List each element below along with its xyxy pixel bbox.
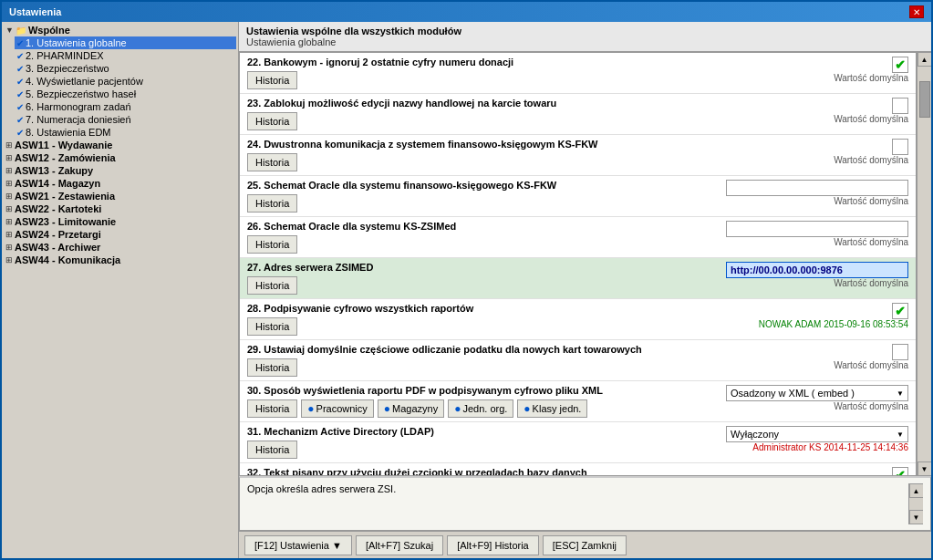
scrollbar[interactable]: ▲ ▼: [917, 52, 931, 476]
scroll-down-btn[interactable]: ▼: [917, 461, 932, 476]
extra-btn-jedn. org.[interactable]: ●Jedn. org.: [448, 399, 513, 418]
setting-right-29: Wartość domyślna: [708, 344, 908, 370]
text-field-26[interactable]: [726, 221, 908, 237]
checkbox-32[interactable]: ✔: [892, 467, 908, 476]
close-button[interactable]: ✕: [909, 5, 924, 18]
sidebar-group-item[interactable]: ⊞ASW21 - Zestawienia: [4, 190, 236, 202]
historia-btn-22[interactable]: Historia: [247, 71, 297, 89]
setting-controls-29: Historia: [247, 358, 708, 377]
sidebar-item-label-0: 1. Ustawienia globalne: [26, 37, 127, 48]
panel-header: Ustawienia wspólne dla wszystkich modułó…: [239, 22, 931, 52]
sidebar-item-0[interactable]: ✔ 1. Ustawienia globalne: [15, 36, 236, 49]
sidebar-group-item[interactable]: ⊞ASW44 - Komunikacja: [4, 254, 236, 266]
dropdown-31[interactable]: Wyłączony▼: [726, 426, 908, 442]
sidebar-group-item[interactable]: ⊞ASW22 - Kartoteki: [4, 202, 236, 215]
historia-btn-23[interactable]: Historia: [247, 112, 297, 130]
setting-right-28: ✔ NOWAK ADAM 2015-09-16 08:53:54: [708, 303, 908, 329]
setting-row-inner-24: 24. Dwustronna komunikacja z systemem fi…: [247, 139, 908, 171]
notice-scroll-down[interactable]: ▼: [909, 510, 924, 524]
sidebar-group-item[interactable]: ⊞ASW12 - Zamówienia: [4, 151, 236, 164]
setting-left-25: 25. Schemat Oracle dla systemu finansowo…: [247, 180, 708, 213]
sidebar-item-3[interactable]: ✔ 4. Wyświetlanie pacjentów: [15, 75, 236, 88]
group-label: ASW24 - Przetargi: [15, 229, 101, 240]
footer-btn-ustawienia[interactable]: [F12] Ustawienia ▼: [244, 535, 352, 555]
historia-btn-29[interactable]: Historia: [247, 358, 297, 377]
extra-btn-pracownicy[interactable]: ●Pracownicy: [301, 399, 374, 418]
extra-btn-magazyny[interactable]: ●Magazyny: [378, 399, 444, 418]
historia-btn-25[interactable]: Historia: [247, 194, 297, 213]
historia-btn-30[interactable]: Historia: [247, 399, 297, 418]
checkbox-24[interactable]: [892, 139, 908, 155]
setting-right-23: Wartość domyślna: [708, 98, 908, 124]
setting-label-24: 24. Dwustronna komunikacja z systemem fi…: [247, 139, 708, 150]
sidebar-group-item[interactable]: ⊞ASW23 - Limitowanie: [4, 215, 236, 228]
setting-row-inner-30: 30. Sposób wyświetlenia raportu PDF w po…: [247, 385, 908, 418]
sidebar-item-label-7: 8. Ustawienia EDM: [26, 127, 111, 138]
sidebar-group-item[interactable]: ⊞ASW43 - Archiwer: [4, 241, 236, 254]
checkbox-22[interactable]: ✔: [892, 57, 908, 73]
setting-row-30: 30. Sposób wyświetlenia raportu PDF w po…: [240, 381, 916, 422]
check-icon-6: ✔: [16, 115, 24, 125]
historia-btn-31[interactable]: Historia: [247, 441, 297, 459]
historia-btn-26[interactable]: Historia: [247, 235, 297, 254]
sidebar-group-item[interactable]: ⊞ASW14 - Magazyn: [4, 177, 236, 190]
notice-scroll-up[interactable]: ▲: [909, 483, 924, 498]
setting-left-26: 26. Schemat Oracle dla systemu KS-ZSIMed…: [247, 221, 708, 254]
dropdown-text-30: Osadzony w XML ( embed ): [731, 388, 855, 399]
text-input-27[interactable]: http://00.00.00.000:9876: [726, 262, 908, 278]
value-text-29: Wartość domyślna: [834, 360, 908, 370]
expand-group-icon: ⊞: [5, 153, 13, 162]
setting-row-inner-28: 28. Podpisywanie cyfrowo wszystkich rapo…: [247, 303, 908, 336]
title-bar: Ustawienia ✕: [2, 2, 931, 22]
setting-left-32: 32. Tekst pisany przy użyciu dużej czcio…: [247, 467, 708, 476]
setting-controls-31: Historia: [247, 441, 708, 459]
group-label: ASW12 - Zamówienia: [15, 152, 116, 163]
sidebar-root[interactable]: ▼ 📁 Wspólne: [4, 24, 236, 36]
footer-btn-historia[interactable]: [Alt+F9] Historia: [447, 535, 539, 555]
setting-label-28: 28. Podpisywanie cyfrowo wszystkich rapo…: [247, 303, 708, 314]
scrollbar-thumb[interactable]: [919, 81, 930, 118]
setting-right-26: Wartość domyślna: [708, 221, 908, 247]
sidebar-groups: ⊞ASW11 - Wydawanie⊞ASW12 - Zamówienia⊞AS…: [4, 139, 236, 266]
setting-left-30: 30. Sposób wyświetlenia raportu PDF w po…: [247, 385, 708, 418]
sidebar-group-item[interactable]: ⊞ASW13 - Zakupy: [4, 164, 236, 177]
footer-btn-zamknij[interactable]: [ESC] Zamknij: [543, 535, 627, 555]
setting-row-32: 32. Tekst pisany przy użyciu dużej czcio…: [240, 463, 916, 476]
checkmark-28: ✔: [895, 304, 906, 318]
sidebar-root-label: Wspólne: [28, 25, 70, 36]
sidebar-item-label-3: 4. Wyświetlanie pacjentów: [26, 76, 143, 87]
sidebar-group-item[interactable]: ⊞ASW11 - Wydawanie: [4, 139, 236, 151]
expand-group-icon: ⊞: [5, 255, 13, 264]
text-field-25[interactable]: [726, 180, 908, 196]
expand-group-icon: ⊞: [5, 192, 13, 201]
setting-row-inner-29: 29. Ustawiaj domyślnie częściowe odlicza…: [247, 344, 908, 377]
setting-right-27: http://00.00.00.000:9876 Wartość domyśln…: [708, 262, 908, 288]
checkbox-23[interactable]: [892, 98, 908, 114]
sidebar-item-6[interactable]: ✔ 7. Numeracja doniesień: [15, 113, 236, 126]
sidebar-item-2[interactable]: ✔ 3. Bezpieczeństwo: [15, 62, 236, 75]
notice-scrollbar[interactable]: ▲ ▼: [908, 483, 923, 524]
footer-btn-szukaj[interactable]: [Alt+F7] Szukaj: [356, 535, 443, 555]
sidebar-item-7[interactable]: ✔ 8. Ustawienia EDM: [15, 126, 236, 139]
scroll-up-btn[interactable]: ▲: [917, 52, 932, 67]
check-icon-5: ✔: [16, 102, 24, 112]
setting-row-inner-27: 27. Adres serwera ZSIMED Historia http:/…: [247, 262, 908, 295]
historia-btn-28[interactable]: Historia: [247, 317, 297, 336]
sidebar-item-4[interactable]: ✔ 5. Bezpieczeństwo haseł: [15, 88, 236, 100]
checkmark-32: ✔: [895, 468, 906, 476]
sidebar-item-5[interactable]: ✔ 6. Harmonogram zadań: [15, 100, 236, 113]
setting-left-23: 23. Zablokuj możliwość edycji nazwy hand…: [247, 98, 708, 130]
value-text-30: Wartość domyślna: [834, 401, 908, 411]
main-window: Ustawienia ✕ ▼ 📁 Wspólne ✔ 1. Ustawienia…: [0, 0, 933, 560]
sidebar-item-1[interactable]: ✔ 2. PHARMINDEX: [15, 49, 236, 62]
dropdown-30[interactable]: Osadzony w XML ( embed )▼: [726, 385, 908, 401]
setting-row-inner-23: 23. Zablokuj możliwość edycji nazwy hand…: [247, 98, 908, 130]
sidebar-wspólne-group: ✔ 1. Ustawienia globalne ✔ 2. PHARMINDEX…: [15, 36, 236, 139]
sidebar-group-item[interactable]: ⊞ASW24 - Przetargi: [4, 228, 236, 241]
group-label: ASW22 - Kartoteki: [15, 203, 101, 214]
historia-btn-24[interactable]: Historia: [247, 153, 297, 171]
historia-btn-27[interactable]: Historia: [247, 276, 297, 295]
extra-btn-klasy jedn.[interactable]: ●Klasy jedn.: [517, 399, 587, 418]
checkbox-28[interactable]: ✔: [892, 303, 908, 319]
checkbox-29[interactable]: [892, 344, 908, 360]
